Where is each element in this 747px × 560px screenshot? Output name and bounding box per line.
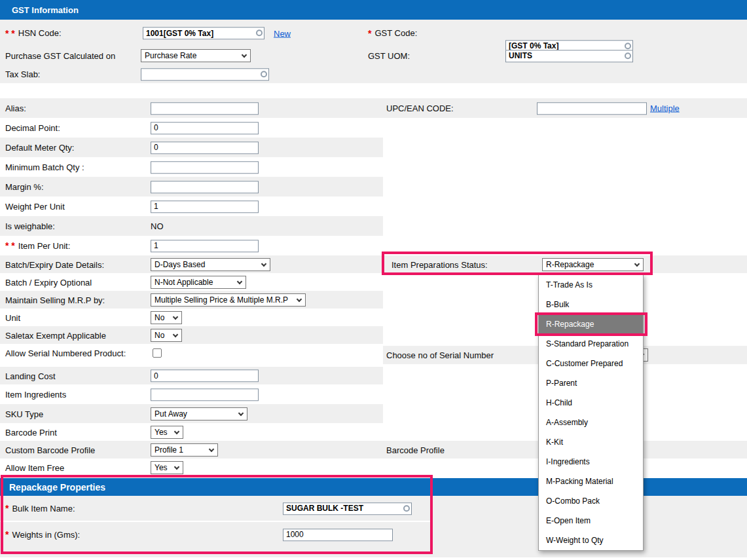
custom-barcode-profile-select[interactable]: Profile 1 — [151, 443, 218, 457]
item-preparations-status-label: Item Preparations Status: — [392, 259, 488, 269]
dropdown-option[interactable]: T-Trade As Is — [539, 275, 643, 295]
tax-slab-label: Tax Slab: — [5, 69, 40, 79]
dropdown-option[interactable]: M-Packing Material — [539, 472, 643, 491]
weight-per-unit-field — [151, 200, 259, 213]
chevron-down-icon — [238, 410, 244, 415]
upc-ean-field — [537, 102, 647, 115]
decimal-point-input[interactable] — [151, 122, 259, 134]
dropdown-option[interactable]: E-Open Item — [539, 511, 643, 531]
sku-type-label: SKU Type — [5, 409, 43, 419]
saletax-exempt-label: Saletax Exempt Applicable — [5, 330, 106, 340]
allow-serial-label: Allow Serial Numbered Product: — [5, 348, 126, 358]
weights-gms-row: * Weights in (Gms): — [0, 522, 432, 547]
weight-per-unit-label: Weight Per Unit — [5, 202, 65, 212]
maintain-mrp-label: Maintain Selling M.R.P by: — [5, 295, 105, 305]
item-per-unit-row: * * Item Per Unit: — [0, 236, 383, 255]
dropdown-option[interactable]: P-Parent — [539, 373, 643, 393]
allow-item-free-label: Allow Item Free — [5, 462, 64, 472]
is-weighable-value: NO — [151, 221, 164, 231]
bulk-item-name-label: Bulk Item Name: — [12, 504, 75, 513]
decimal-point-label: Decimal Point: — [5, 123, 60, 133]
unit-row: Unit No — [0, 308, 383, 326]
allow-item-free-select[interactable]: Yes — [151, 461, 183, 474]
hsn-code-field — [143, 27, 264, 40]
allow-serial-row: Allow Serial Numbered Product: — [0, 344, 383, 362]
margin-label: Margin %: — [5, 182, 44, 192]
allow-serial-checkbox[interactable] — [153, 348, 162, 358]
dropdown-option[interactable]: A-Assembly — [539, 413, 643, 432]
maintain-mrp-row: Maintain Selling M.R.P by: Multiple Sell… — [0, 291, 383, 308]
dropdown-option[interactable]: C-Customer Prepared — [539, 354, 643, 373]
weights-gms-field — [283, 528, 393, 541]
landing-cost-field — [151, 369, 259, 383]
item-preparations-status-dropdown-list: T-Trade As Is B-Bulk R-Repackage S-Stand… — [538, 274, 644, 551]
alias-input[interactable] — [151, 102, 259, 115]
item-ingredients-input[interactable] — [151, 388, 259, 401]
maintain-mrp-select[interactable]: Multiple Selling Price & Multiple M.R.P — [151, 293, 306, 307]
batch-expiry-details-label: Batch/Expiry Date Details: — [5, 259, 104, 269]
weights-gms-label: Weights in (Gms): — [12, 530, 80, 540]
item-ingredients-label: Item Ingredients — [5, 390, 66, 400]
chevron-down-icon — [634, 261, 640, 266]
gst-uom-lookup-icon[interactable] — [625, 52, 631, 59]
weight-per-unit-input[interactable] — [151, 200, 259, 213]
margin-row: Margin %: — [0, 177, 383, 196]
purchase-gst-select[interactable]: Purchase Rate — [141, 49, 251, 62]
barcode-profile-label: Barcode Profile — [386, 445, 445, 455]
choose-serial-number-label: Choose no of Serial Number — [386, 350, 494, 360]
dropdown-option[interactable]: W-Weight to Qty — [539, 531, 643, 550]
batch-expiry-optional-row: Batch / Expiry Optional N-Not Applicable — [0, 273, 383, 291]
chevron-down-icon — [173, 331, 178, 337]
barcode-print-select[interactable]: Yes — [151, 426, 183, 439]
upc-ean-input[interactable] — [537, 102, 647, 115]
sku-type-row: SKU Type Put Away — [0, 404, 383, 423]
item-preparations-status-value: R-Repackage — [546, 260, 594, 269]
batch-expiry-details-select[interactable]: D-Days Based — [151, 258, 270, 271]
landing-cost-input[interactable] — [151, 369, 259, 382]
minimum-batch-qty-row: Minimum Batch Qty : — [0, 157, 383, 177]
bulk-item-lookup-icon[interactable] — [403, 505, 410, 512]
default-meter-qty-input[interactable] — [151, 141, 259, 154]
upc-ean-row: UPC/EAN CODE: Multiple — [383, 98, 747, 118]
saletax-exempt-select[interactable]: No — [151, 329, 182, 342]
bulk-item-name-row: * Bulk Item Name: — [0, 496, 432, 521]
minimum-batch-qty-input[interactable] — [151, 161, 259, 174]
margin-input[interactable] — [151, 181, 259, 193]
dropdown-option[interactable]: B-Bulk — [539, 295, 643, 314]
unit-select[interactable]: No — [151, 311, 182, 324]
dropdown-option[interactable]: H-Child — [539, 393, 643, 413]
chevron-down-icon — [242, 52, 247, 58]
chevron-down-icon — [237, 278, 242, 284]
tax-slab-input[interactable] — [141, 68, 269, 81]
bulk-item-name-input[interactable] — [283, 502, 412, 515]
dropdown-option-selected[interactable]: R-Repackage — [539, 314, 643, 334]
default-meter-qty-row: Default Meter Qty: — [0, 138, 383, 157]
hsn-lookup-icon[interactable] — [256, 30, 263, 37]
gst-uom-input[interactable] — [505, 50, 633, 62]
is-weighable-row: Is weighable: NO — [0, 216, 383, 236]
item-per-unit-label-wrap: * * Item Per Unit: — [5, 240, 70, 251]
minimum-batch-qty-field — [151, 160, 259, 174]
hsn-code-input[interactable] — [143, 27, 264, 39]
item-per-unit-input[interactable] — [151, 240, 259, 252]
dropdown-option[interactable]: I-Ingredients — [539, 452, 643, 472]
item-per-unit-label: Item Per Unit: — [18, 241, 70, 251]
tax-slab-field — [141, 67, 269, 81]
gst-code-required-marker: * — [368, 28, 371, 39]
dropdown-option[interactable]: O-Combo Pack — [539, 491, 643, 511]
batch-expiry-optional-select[interactable]: N-Not Applicable — [151, 276, 246, 289]
weights-gms-input[interactable] — [283, 529, 393, 541]
decimal-point-row: Decimal Point: — [0, 118, 383, 138]
tax-slab-lookup-icon[interactable] — [261, 71, 267, 77]
item-preparations-status-select[interactable]: R-Repackage — [542, 258, 644, 271]
bulk-item-name-label-wrap: * Bulk Item Name: — [5, 503, 75, 513]
purchase-gst-uom-row: Purchase GST Calculated on Purchase Rate… — [0, 47, 747, 64]
gst-uom-label: GST UOM: — [368, 51, 410, 61]
sku-type-select[interactable]: Put Away — [151, 407, 247, 420]
dropdown-option[interactable]: K-Kit — [539, 432, 643, 452]
upc-multiple-link[interactable]: Multiple — [650, 103, 680, 113]
hsn-new-link[interactable]: New — [274, 28, 291, 38]
purchase-gst-label: Purchase GST Calculated on — [5, 51, 115, 61]
dropdown-option[interactable]: S-Standard Preparation — [539, 334, 643, 354]
is-weighable-label: Is weighable: — [5, 221, 55, 231]
